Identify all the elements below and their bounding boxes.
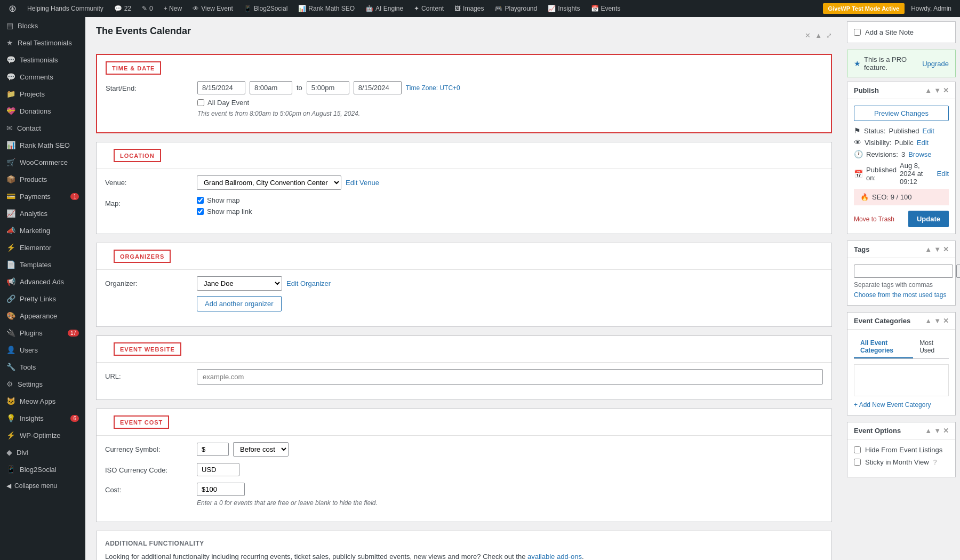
start-time-input[interactable] xyxy=(250,81,292,94)
sidebar-item-plugins[interactable]: 🔌 Plugins 17 xyxy=(0,324,85,341)
sidebar-item-appearance[interactable]: 🎨 Appearance xyxy=(0,307,85,324)
end-date-input[interactable] xyxy=(354,81,402,94)
collapse-menu-btn[interactable]: ◀ Collapse menu xyxy=(0,478,85,494)
sidebar-item-payments[interactable]: 💳 Payments 1 xyxy=(0,188,85,205)
content-item[interactable]: ✦ Content xyxy=(410,0,448,17)
view-event-item[interactable]: 👁 View Event xyxy=(188,0,237,17)
sidebar-label-settings: Settings xyxy=(18,380,43,388)
sidebar-item-testimonials[interactable]: 💬 Testimonials xyxy=(0,51,85,68)
sidebar-item-products[interactable]: 📦 Products xyxy=(0,171,85,188)
new-item[interactable]: + New xyxy=(159,0,186,17)
sidebar-item-meow-apps[interactable]: 🐱 Meow Apps xyxy=(0,393,85,410)
cost-value-input[interactable] xyxy=(197,483,245,496)
sidebar-item-blocks[interactable]: ▤ Blocks xyxy=(0,17,85,34)
publish-header-icons: ▲ ▼ ✕ xyxy=(925,86,949,94)
sidebar-item-real-testimonials[interactable]: ★ Real Testimonials xyxy=(0,34,85,51)
event-options-chevron-up-icon[interactable]: ▲ xyxy=(925,427,932,435)
timezone-link[interactable]: Time Zone: UTC+0 xyxy=(406,84,460,92)
close-icon[interactable]: ✕ xyxy=(805,31,811,39)
insights-bar-item[interactable]: 📈 Insights xyxy=(543,0,584,17)
sidebar-item-blog2social[interactable]: 📱 Blog2Social xyxy=(0,461,85,478)
tags-input[interactable] xyxy=(854,265,953,278)
most-used-cats-tab[interactable]: Most Used xyxy=(913,336,949,358)
move-to-trash-link[interactable]: Move to Trash xyxy=(854,215,894,223)
sidebar-item-templates[interactable]: 📄 Templates xyxy=(0,256,85,273)
sidebar-item-settings[interactable]: ⚙ Settings xyxy=(0,375,85,393)
edit-venue-link[interactable]: Edit Venue xyxy=(346,179,379,187)
show-map-link-checkbox[interactable] xyxy=(197,208,204,215)
edit-organizer-link[interactable]: Edit Organizer xyxy=(286,279,331,287)
event-options-close-icon[interactable]: ✕ xyxy=(943,427,949,435)
add-site-note-checkbox[interactable] xyxy=(854,29,861,36)
sticky-help-icon[interactable]: ? xyxy=(933,459,937,466)
url-input[interactable] xyxy=(197,369,823,385)
sidebar-item-donations[interactable]: 💝 Donations xyxy=(0,102,85,119)
close-publish-icon[interactable]: ✕ xyxy=(943,86,949,94)
event-categories-chevron-down-icon[interactable]: ▼ xyxy=(934,317,941,325)
givewp-active-btn[interactable]: GiveWP Test Mode Active xyxy=(823,3,905,14)
all-day-checkbox[interactable] xyxy=(197,99,204,106)
revisions-browse-link[interactable]: Browse xyxy=(908,150,931,158)
sidebar-item-insights[interactable]: 💡 Insights 6 xyxy=(0,410,85,427)
site-name-item[interactable]: Helping Hands Community xyxy=(23,0,108,17)
wp-logo-item[interactable]: ⊛ xyxy=(4,0,21,17)
chevron-down-icon[interactable]: ▼ xyxy=(934,86,941,94)
all-event-cats-tab[interactable]: All Event Categories xyxy=(854,336,913,358)
before-after-cost-select[interactable]: Before cost After cost xyxy=(233,442,289,457)
published-on-edit-link[interactable]: Edit xyxy=(937,170,949,178)
chevron-up-icon[interactable]: ▲ xyxy=(815,31,822,39)
blog2social-item[interactable]: 📱 Blog2Social xyxy=(239,0,292,17)
available-add-ons-link[interactable]: available add-ons xyxy=(527,553,582,560)
sidebar-item-analytics[interactable]: 📈 Analytics xyxy=(0,205,85,222)
sidebar-item-marketing[interactable]: 📣 Marketing xyxy=(0,222,85,239)
visibility-edit-link[interactable]: Edit xyxy=(917,139,929,147)
ai-engine-item[interactable]: 🤖 AI Engine xyxy=(361,0,407,17)
sidebar-item-comments[interactable]: 💬 Comments xyxy=(0,68,85,85)
chevron-up-icon[interactable]: ▲ xyxy=(925,86,932,94)
add-organizer-btn[interactable]: Add another organizer xyxy=(197,296,282,311)
events-bar-item[interactable]: 📅 Events xyxy=(587,0,625,17)
event-options-chevron-down-icon[interactable]: ▼ xyxy=(934,427,941,435)
event-options-title: Event Options xyxy=(854,427,901,435)
sidebar-item-elementor[interactable]: ⚡ Elementor xyxy=(0,239,85,256)
currency-symbol-input[interactable] xyxy=(197,443,229,456)
venue-select[interactable]: Grand Ballroom, City Convention Center xyxy=(197,175,341,190)
sidebar-item-contact[interactable]: ✉ Contact xyxy=(0,119,85,137)
preview-changes-btn[interactable]: Preview Changes xyxy=(854,106,949,121)
status-edit-link[interactable]: Edit xyxy=(923,127,934,135)
tags-chevron-down-icon[interactable]: ▼ xyxy=(934,245,941,253)
tags-chevron-up-icon[interactable]: ▲ xyxy=(925,245,932,253)
sidebar-item-users[interactable]: 👤 Users xyxy=(0,341,85,358)
sidebar-item-projects[interactable]: 📁 Projects xyxy=(0,85,85,102)
start-date-input[interactable] xyxy=(197,81,245,94)
event-categories-chevron-up-icon[interactable]: ▲ xyxy=(925,317,932,325)
images-item[interactable]: 🖼 Images xyxy=(450,0,488,17)
howdy-btn[interactable]: Howdy, Admin xyxy=(907,5,956,12)
sidebar-item-wp-optimize[interactable]: ⚡ WP-Optimize xyxy=(0,427,85,444)
expand-icon[interactable]: ⤢ xyxy=(826,31,832,39)
sidebar-item-woocommerce[interactable]: 🛒 WooCommerce xyxy=(0,154,85,171)
tags-close-icon[interactable]: ✕ xyxy=(943,245,949,253)
sidebar-item-advanced-ads[interactable]: 📢 Advanced Ads xyxy=(0,273,85,290)
organizer-select[interactable]: Jane Doe xyxy=(197,276,282,291)
hide-from-listings-checkbox[interactable] xyxy=(854,446,861,453)
comment-count-item[interactable]: 💬 22 xyxy=(110,0,135,17)
sidebar-label-contact: Contact xyxy=(17,124,41,132)
sidebar-item-pretty-links[interactable]: 🔗 Pretty Links xyxy=(0,290,85,307)
add-new-event-category-link[interactable]: + Add New Event Category xyxy=(854,401,931,409)
upgrade-link[interactable]: Upgrade xyxy=(922,60,949,68)
rank-math-item[interactable]: 📊 Rank Math SEO xyxy=(294,0,359,17)
update-btn[interactable]: Update xyxy=(908,211,949,227)
end-time-input[interactable] xyxy=(307,81,349,94)
playground-item[interactable]: 🎮 Playground xyxy=(490,0,541,17)
sticky-in-month-checkbox[interactable] xyxy=(854,459,861,466)
sidebar-item-rank-math[interactable]: 📊 Rank Math SEO xyxy=(0,137,85,154)
tags-most-used-link[interactable]: Choose from the most used tags xyxy=(854,291,946,299)
sidebar-item-divi[interactable]: ◆ Divi xyxy=(0,444,85,461)
iso-currency-input[interactable] xyxy=(197,463,239,476)
tags-add-btn[interactable]: Add xyxy=(956,265,960,278)
event-categories-close-icon[interactable]: ✕ xyxy=(943,317,949,325)
draft-count-item[interactable]: ✎ 0 xyxy=(138,0,157,17)
show-map-checkbox[interactable] xyxy=(197,197,204,204)
sidebar-item-tools[interactable]: 🔧 Tools xyxy=(0,358,85,375)
